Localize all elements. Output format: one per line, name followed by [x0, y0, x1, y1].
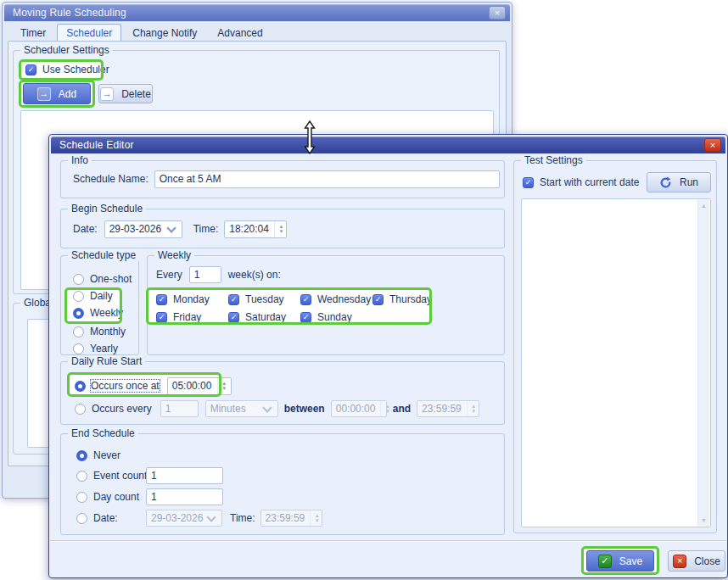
between-end-spinner[interactable]: 23:59:59 ▲ ▼ [417, 400, 479, 417]
chevron-down-icon[interactable] [166, 223, 176, 232]
scroll-up-icon[interactable]: ▲ [701, 203, 707, 209]
end-date-dropdown[interactable]: 29-03-2026 [146, 510, 222, 527]
end-time-spinner[interactable]: 23:59:59 ▲ ▼ [260, 510, 322, 527]
test-settings-group: Test Settings ✓ Start with current date … [513, 160, 717, 533]
begin-time-label: Time: [193, 223, 219, 235]
check-icon: ✓ [375, 296, 382, 304]
monday-checkbox[interactable]: ✓ [156, 294, 167, 305]
end-schedule-group-label: End Schedule [68, 427, 138, 439]
tab-advanced[interactable]: Advanced [208, 24, 272, 41]
every-weeks-input[interactable]: 1 [189, 266, 221, 283]
tuesday-label: Tuesday [245, 293, 284, 305]
schedule-type-group: Schedule type One-shot Daily Weekly Mont… [60, 255, 139, 355]
radio-day-count[interactable] [76, 492, 87, 503]
day-count-input[interactable]: 1 [146, 488, 223, 505]
radio-occurs-every[interactable] [75, 404, 86, 415]
scroll-down-icon[interactable]: ▼ [701, 517, 707, 523]
radio-never[interactable] [76, 450, 87, 461]
chevron-down-icon[interactable] [262, 403, 272, 412]
wednesday-label: Wednesday [317, 293, 371, 305]
radio-daily[interactable] [73, 291, 84, 302]
radio-one-shot[interactable] [73, 274, 84, 285]
check-icon: ✓ [303, 314, 310, 321]
spinner-arrows[interactable]: ▲ ▼ [274, 221, 288, 237]
tuesday-checkbox[interactable]: ✓ [228, 294, 239, 305]
occurs-once-time-spinner[interactable]: 05:00:00 ▲ ▼ [167, 377, 232, 395]
begin-date-label: Date: [73, 223, 98, 235]
close-glyph: × [677, 556, 682, 566]
day-count-label: Day count [93, 491, 146, 503]
saturday-checkbox[interactable]: ✓ [228, 312, 239, 323]
spin-down-icon[interactable]: ▼ [385, 409, 390, 414]
occurs-once-at-label: Occurs once at [91, 380, 160, 392]
editor-title-bar[interactable]: Schedule Editor × [51, 137, 725, 153]
delete-button[interactable]: → Delete [98, 84, 153, 103]
weekly-label: Weekly [90, 307, 123, 319]
add-icon: → [37, 87, 51, 101]
interval-unit-dropdown[interactable]: Minutes [205, 400, 278, 417]
spinner-arrows[interactable]: ▲ ▼ [217, 378, 231, 394]
thursday-checkbox[interactable]: ✓ [372, 294, 384, 305]
spin-down-icon[interactable]: ▼ [221, 386, 227, 391]
editor-close-button[interactable]: × [704, 138, 721, 152]
between-start-value: 00:00:00 [336, 403, 376, 415]
occurs-every-value-input[interactable]: 1 [160, 400, 199, 417]
use-scheduler-label: Use Scheduler [42, 64, 109, 75]
radio-monthly[interactable] [73, 326, 84, 337]
check-icon: ✓ [159, 314, 165, 321]
day-count-value: 1 [151, 491, 157, 503]
check-icon: ✓ [525, 179, 532, 187]
interval-unit-value: Minutes [210, 403, 246, 415]
footer-divider [50, 540, 726, 541]
main-close-button[interactable]: × [489, 6, 506, 20]
run-button[interactable]: Run [647, 172, 711, 192]
begin-date-value: 29-03-2026 [109, 223, 161, 235]
every-label: Every [156, 269, 182, 281]
main-title-bar[interactable]: Moving Rule Scheduling × [4, 4, 510, 21]
radio-weekly[interactable] [73, 308, 84, 319]
scrollbar[interactable]: ▲ ▼ [697, 200, 709, 526]
close-button[interactable]: × Close [668, 550, 725, 572]
radio-occurs-once-at[interactable] [75, 381, 86, 392]
refresh-icon [659, 176, 672, 189]
sunday-checkbox[interactable]: ✓ [300, 312, 311, 323]
wednesday-checkbox[interactable]: ✓ [300, 294, 311, 305]
check-glyph: ✓ [601, 556, 608, 566]
add-button[interactable]: → Add [23, 83, 91, 104]
between-start-spinner[interactable]: 00:00:00 ▲ ▼ [331, 400, 387, 417]
and-label: and [393, 403, 411, 415]
end-schedule-group: End Schedule Never Event count 1 Day cou… [60, 433, 505, 535]
close-button-label: Close [694, 555, 720, 567]
tab-bar: Timer Scheduler Change Notify Advanced [8, 24, 507, 41]
schedule-name-input[interactable]: Once at 5 AM [154, 170, 500, 188]
one-shot-label: One-shot [90, 273, 132, 285]
chevron-down-icon[interactable] [207, 512, 216, 521]
friday-checkbox[interactable]: ✓ [156, 312, 167, 323]
tab-change-notify[interactable]: Change Notify [123, 24, 206, 41]
weekly-group-label: Weekly [154, 249, 194, 261]
spinner-arrows[interactable]: ▲ ▼ [467, 401, 480, 416]
spin-down-icon[interactable]: ▼ [315, 518, 320, 523]
radio-event-count[interactable] [76, 471, 87, 482]
event-count-input[interactable]: 1 [146, 467, 223, 484]
spin-down-icon[interactable]: ▼ [471, 409, 476, 414]
start-with-current-date-checkbox[interactable]: ✓ [523, 177, 534, 188]
radio-yearly[interactable] [73, 343, 84, 354]
tab-scheduler[interactable]: Scheduler [57, 24, 121, 41]
radio-end-date[interactable] [76, 513, 87, 524]
every-weeks-value: 1 [194, 269, 200, 281]
test-output-list[interactable]: ▲ ▼ [521, 198, 711, 527]
begin-time-spinner[interactable]: 18:20:04 ▲ ▼ [224, 220, 287, 238]
use-scheduler-checkbox[interactable]: ✓ [25, 64, 36, 75]
begin-schedule-group: Begin Schedule Date: 29-03-2026 Time: 18… [60, 209, 505, 248]
thursday-label: Thursday [389, 293, 432, 305]
spin-down-icon[interactable]: ▼ [278, 229, 283, 234]
begin-date-dropdown[interactable]: 29-03-2026 [104, 220, 182, 238]
weeks-on-label: week(s) on: [228, 269, 281, 281]
save-button[interactable]: ✓ Save [586, 550, 654, 572]
info-group-label: Info [68, 154, 92, 166]
resize-cursor [302, 120, 317, 154]
daily-rule-start-group-label: Daily Rule Start [68, 355, 145, 367]
tab-timer[interactable]: Timer [11, 24, 55, 41]
spinner-arrows[interactable]: ▲ ▼ [310, 510, 323, 526]
